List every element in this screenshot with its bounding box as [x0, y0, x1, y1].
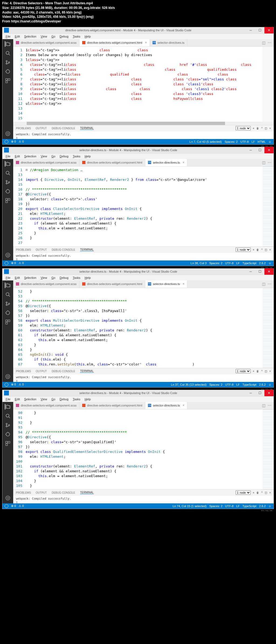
terminal-output[interactable]: webpack: Compiled successfully.▯ [13, 253, 274, 260]
panel-tab-terminal[interactable]: TERMINAL [80, 248, 94, 251]
eol[interactable]: LF [236, 504, 240, 508]
encoding[interactable]: UTF-8 [225, 262, 233, 265]
feedback-icon[interactable]: ☺ [268, 140, 271, 143]
code-line[interactable]: @Directive({ [26, 435, 263, 440]
horizontal-scrollbar[interactable] [13, 122, 274, 125]
new-terminal-icon[interactable]: + [253, 491, 254, 494]
language-mode[interactable]: TypeScript [242, 262, 256, 265]
settings-icon[interactable] [5, 374, 11, 379]
tab-scss[interactable]: directive-selectors-widget.component.scs… [13, 402, 80, 409]
menu-go[interactable]: Go [50, 276, 57, 280]
cursor-position[interactable]: Ln 38, Col 3 [191, 262, 206, 265]
panel-tab-terminal[interactable]: TERMINAL [80, 127, 94, 130]
kill-terminal-icon[interactable]: 🗑 [256, 370, 259, 373]
code-line[interactable]: this.ren.setStyle(this.elm, class="c-str… [26, 362, 263, 367]
code-line[interactable]: class="c-tag"><liclass="c-tag">>Element/… [26, 62, 263, 67]
sync-icon[interactable] [5, 261, 8, 265]
code-line[interactable]: // *************************************… [26, 187, 263, 192]
code-line[interactable] [26, 182, 263, 187]
maximize-button[interactable]: ☐ [255, 27, 264, 33]
code-line[interactable]: export class ClassSelectorDirective impl… [26, 206, 263, 211]
code-line[interactable]: @Directive({ [26, 192, 263, 197]
code-line[interactable]: class="c-tag"><liclass="c-tag">>Not qual… [26, 72, 263, 77]
tab-ts[interactable]: TSselector-directives.ts× [145, 159, 187, 166]
code-line[interactable]: Items below are updated (mostly color ch… [26, 53, 263, 57]
code-line[interactable]: elm: HTMLElement; [26, 323, 263, 328]
code-line[interactable]: if (element && element.nativeElement) { [26, 333, 263, 338]
code-line[interactable]: class="c-tag"><liclass="c-tag">>Class se… [26, 77, 263, 82]
warnings-icon[interactable]: ⚠ 0 [19, 261, 24, 265]
code-content[interactable]: }// ************************************… [26, 288, 263, 368]
debug-icon[interactable] [5, 69, 11, 74]
extensions-icon[interactable] [5, 78, 11, 83]
code-editor[interactable]: 52535455565758596061626364656667 }// ***… [13, 288, 274, 368]
new-terminal-icon[interactable]: + [253, 370, 254, 373]
minimize-button[interactable]: ─ [246, 390, 255, 396]
cursor-position[interactable]: Ln 7, Col 43 (5 selected) [189, 140, 222, 143]
close-panel-icon[interactable]: × [269, 370, 271, 373]
feedback-icon[interactable]: ☺ [268, 383, 271, 386]
kill-terminal-icon[interactable]: 🗑 [256, 491, 259, 494]
eol[interactable]: LF [251, 140, 255, 143]
menu-debug[interactable]: Debug [58, 276, 70, 280]
debug-icon[interactable] [5, 432, 11, 437]
code-line[interactable]: elm: HTMLElement; [26, 454, 263, 459]
minimap[interactable] [263, 47, 274, 122]
sync-icon[interactable] [5, 383, 8, 387]
code-line[interactable]: if (element && element.nativeElement) { [26, 221, 263, 226]
code-line[interactable] [26, 172, 263, 177]
errors-icon[interactable]: ⊗ 0 [11, 140, 16, 143]
code-line[interactable]: if (this.elm) { [26, 357, 263, 362]
language-mode[interactable]: HTML [258, 140, 266, 143]
feedback-icon[interactable]: ☺ [268, 504, 271, 508]
menu-edit[interactable]: Edit [13, 34, 22, 39]
split-editor-icon[interactable]: ◫ [262, 160, 265, 165]
panel-tab-debug-console[interactable]: DEBUG CONSOLE [52, 370, 75, 373]
close-panel-icon[interactable]: × [269, 127, 271, 130]
code-editor[interactable]: 1131415161718192021222324252627 ⊞ //#reg… [13, 167, 274, 246]
code-line[interactable]: class="c-tag"><liclass="c-tag">>Not clas… [26, 87, 263, 91]
menu-help[interactable]: Help [83, 34, 92, 39]
minimap[interactable] [263, 167, 274, 246]
panel-tab-output[interactable]: OUTPUT [36, 370, 47, 373]
code-line[interactable] [26, 459, 263, 464]
code-line[interactable] [26, 106, 263, 111]
close-button[interactable]: ✕ [264, 268, 274, 275]
code-editor[interactable]: 90919293949596979899100101102103104105 }… [13, 409, 274, 489]
code-line[interactable]: this.elm = element.nativeElement; [26, 474, 263, 479]
code-line[interactable]: elm: HTMLElement; [26, 211, 263, 216]
code-line[interactable] [26, 425, 263, 430]
panel-tab-output[interactable]: OUTPUT [36, 248, 47, 251]
tab-html[interactable]: directive-selectors-widget.component.htm… [80, 39, 150, 46]
code-content[interactable]: 1class="c-tag">>Directive Selectorsclass… [26, 47, 263, 122]
code-line[interactable]: this.elm = element.nativeElement; [26, 338, 263, 343]
explorer-icon[interactable] [5, 41, 10, 47]
code-line[interactable] [26, 294, 263, 299]
cursor-position[interactable]: Ln 74, Col 15 (1 selected) [172, 504, 206, 508]
ts-version[interactable]: 2.6.2 [259, 383, 265, 386]
code-line[interactable]: @Directive({ [26, 304, 263, 309]
encoding[interactable]: UTF-8 [225, 383, 233, 386]
new-terminal-icon[interactable]: + [253, 127, 254, 130]
code-line[interactable]: ngOnInit(): void { [26, 352, 263, 357]
menu-tasks[interactable]: Tasks [71, 276, 82, 280]
explorer-icon[interactable] [5, 404, 10, 409]
menu-debug[interactable]: Debug [58, 154, 70, 158]
language-mode[interactable]: TypeScript [242, 383, 256, 386]
split-panel-icon[interactable]: ◫ [265, 248, 267, 251]
minimap[interactable] [263, 288, 274, 368]
indentation[interactable]: Spaces: 2 [209, 383, 222, 386]
settings-icon[interactable] [5, 131, 11, 136]
warnings-icon[interactable]: ⚠ 0 [19, 140, 24, 143]
panel-tab-problems[interactable]: PROBLEMS [16, 127, 31, 130]
extensions-icon[interactable] [5, 441, 11, 446]
split-editor-icon[interactable]: ◫ [262, 282, 265, 286]
split-panel-icon[interactable]: ◫ [265, 370, 267, 373]
menu-go[interactable]: Go [50, 397, 57, 401]
code-content[interactable]: } }// **********************************… [26, 409, 263, 489]
code-line[interactable]: this.elm = element.nativeElement; [26, 226, 263, 231]
tab-html[interactable]: directive-selectors-widget.component.htm… [80, 280, 145, 288]
code-line[interactable]: constructor(element: ElementRef, private… [26, 328, 263, 333]
menu-file[interactable]: File [4, 276, 12, 280]
tab-close-icon[interactable]: × [182, 404, 184, 407]
